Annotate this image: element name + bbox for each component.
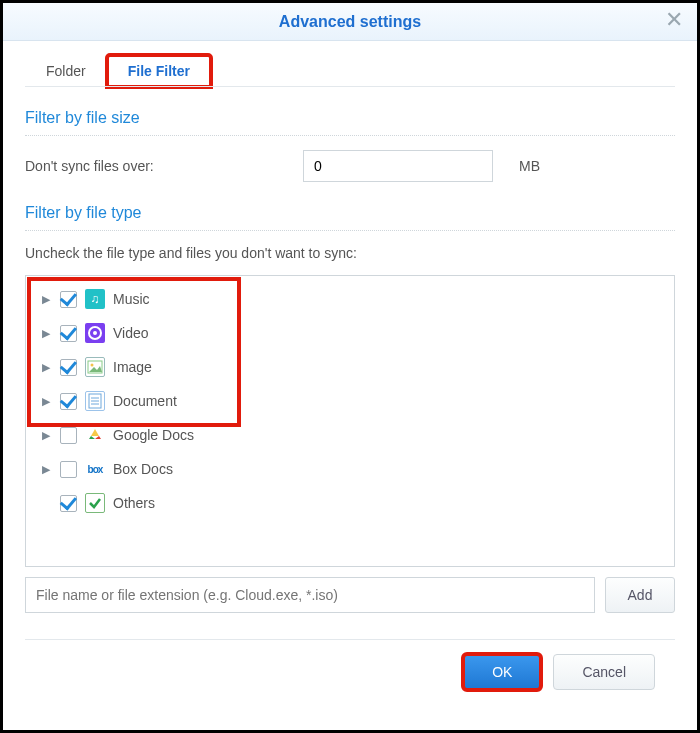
- expand-icon[interactable]: ▶: [42, 463, 52, 476]
- close-icon[interactable]: ✕: [665, 9, 683, 31]
- expand-icon[interactable]: ▶: [42, 361, 52, 374]
- size-row: Don't sync files over: MB: [25, 150, 675, 182]
- tree-item-label: Google Docs: [113, 427, 194, 443]
- checkbox[interactable]: [60, 291, 77, 308]
- checkbox[interactable]: [60, 427, 77, 444]
- checkbox[interactable]: [60, 461, 77, 478]
- dialog-footer: OK Cancel: [25, 639, 675, 706]
- other-icon: [85, 493, 105, 513]
- tree-item-gdoc: ▶Google Docs: [32, 418, 668, 452]
- tree-item-image: ▶Image: [32, 350, 668, 384]
- tab-folder[interactable]: Folder: [25, 55, 107, 87]
- dialog-body: Folder File Filter Filter by file size D…: [3, 41, 697, 730]
- tree-item-label: Music: [113, 291, 150, 307]
- tab-bar: Folder File Filter: [25, 55, 675, 87]
- expand-icon[interactable]: ▶: [42, 429, 52, 442]
- tab-file-filter[interactable]: File Filter: [107, 55, 211, 87]
- section-title-type: Filter by file type: [25, 182, 675, 226]
- section-title-size: Filter by file size: [25, 87, 675, 131]
- expand-icon[interactable]: ▶: [42, 293, 52, 306]
- add-button[interactable]: Add: [605, 577, 675, 613]
- image-icon: [85, 357, 105, 377]
- tree-item-label: Image: [113, 359, 152, 375]
- tree-item-label: Others: [113, 495, 155, 511]
- size-label: Don't sync files over:: [25, 158, 285, 174]
- box-icon: box: [85, 459, 105, 479]
- cancel-button[interactable]: Cancel: [553, 654, 655, 690]
- file-type-tree: ▶♫Music▶Video▶Image▶Document▶Google Docs…: [25, 275, 675, 567]
- expand-icon[interactable]: ▶: [42, 395, 52, 408]
- divider: [25, 135, 675, 136]
- checkbox[interactable]: [60, 393, 77, 410]
- expand-icon[interactable]: ▶: [42, 327, 52, 340]
- svg-point-1: [93, 331, 97, 335]
- doc-icon: [85, 391, 105, 411]
- gdoc-icon: [85, 425, 105, 445]
- tree-item-label: Document: [113, 393, 177, 409]
- tree-item-video: ▶Video: [32, 316, 668, 350]
- svg-marker-9: [91, 429, 99, 436]
- size-input[interactable]: [303, 150, 493, 182]
- extension-input[interactable]: [25, 577, 595, 613]
- video-icon: [85, 323, 105, 343]
- advanced-settings-dialog: Advanced settings ✕ Folder File Filter F…: [3, 3, 697, 730]
- title-bar: Advanced settings ✕: [3, 3, 697, 41]
- tree-item-other: ▶Others: [32, 486, 668, 520]
- ok-button[interactable]: OK: [463, 654, 541, 690]
- checkbox[interactable]: [60, 495, 77, 512]
- tree-item-doc: ▶Document: [32, 384, 668, 418]
- tree-item-box: ▶boxBox Docs: [32, 452, 668, 486]
- tree-item-music: ▶♫Music: [32, 282, 668, 316]
- tree-item-label: Box Docs: [113, 461, 173, 477]
- size-unit: MB: [519, 158, 540, 174]
- tree-item-label: Video: [113, 325, 149, 341]
- music-icon: ♫: [85, 289, 105, 309]
- svg-point-3: [91, 364, 94, 367]
- divider: [25, 230, 675, 231]
- checkbox[interactable]: [60, 325, 77, 342]
- dialog-title: Advanced settings: [279, 13, 421, 31]
- type-hint: Uncheck the file type and files you don'…: [25, 245, 675, 261]
- checkbox[interactable]: [60, 359, 77, 376]
- add-extension-row: Add: [25, 577, 675, 613]
